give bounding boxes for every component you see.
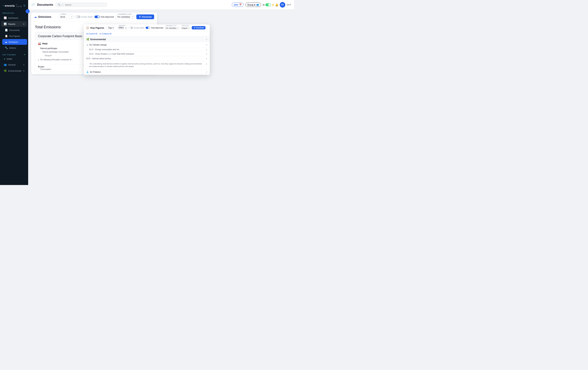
key-figures-window: 📋 Key Figures Tags ▾ Reporting Sta... ES… [84, 24, 210, 75]
key-figures-icon: 📋 [5, 35, 8, 37]
tags-label: Tags [108, 27, 112, 29]
e1-8-header[interactable]: E1-8 – Internal carbon pricing ∧ [86, 56, 207, 61]
environmental-chevron-icon: ∧ [206, 38, 207, 40]
heat-icon: 🏭 [38, 42, 41, 45]
sidebar-item-label-environmental: Environmental [8, 70, 22, 72]
search-dropdown-icon[interactable]: ▾ [62, 4, 63, 6]
search-bar[interactable]: 🔍 ▾ [55, 3, 107, 7]
collapse-all-icon: ⊟ [99, 33, 101, 35]
app-version: V 1.27.33 [16, 4, 22, 7]
heat-label: Heat [42, 42, 47, 45]
report-type-label: Report Type [181, 25, 189, 26]
sidebar-item-general[interactable]: 👥 General ∨ [1, 62, 27, 68]
e1-title: ☁ E1 Climate change [86, 43, 107, 46]
e1-header[interactable]: ☁ E1 Climate change ∧ [86, 42, 207, 47]
sidebar-item-label-actions: Actions [9, 47, 24, 49]
sidebar-item-actions[interactable]: 🔧 Actions [2, 45, 27, 51]
kf-empty-fields-toggle-switch[interactable] [129, 27, 133, 29]
emissions-title-text: Emissions [38, 15, 51, 18]
nav-doc-icon: 📄 [31, 3, 35, 7]
key-figures-label-row: KEY FIGURES ✏ [0, 52, 28, 57]
kf-download-button[interactable]: ⬇ Download [192, 26, 205, 30]
language-selector[interactable]: EN ▾ [287, 3, 291, 6]
grid-icon[interactable]: ⊞ [262, 3, 265, 6]
esrs-select[interactable]: ESRS [117, 26, 127, 30]
report-type-wrapper: Report Type Regular [181, 26, 190, 30]
sidebar-item-emissions[interactable]: ☁ Emissions [2, 39, 27, 45]
sidebar-toggle-button[interactable]: ‹ [26, 9, 30, 13]
nav-icon-row: ⊞ ⚡ 🔔 [262, 3, 278, 6]
year-pill[interactable]: 2023 📅 [232, 3, 244, 7]
sidebar-item-key-figures[interactable]: 📋 Key Figures [2, 33, 27, 39]
reports-chevron-icon: ∧ [23, 23, 24, 25]
emissions-icon: ☁ [5, 40, 7, 43]
kf-download-label: Download [196, 27, 204, 29]
reporting-sta-wrapper: Reporting Sta... ESRS [117, 26, 127, 30]
kf-aggregation-label: Aggregation Level [166, 25, 177, 26]
environmental-header[interactable]: 🌿 Environmental ∧ [84, 36, 210, 42]
expand-all-icon: ⊞ [86, 33, 88, 35]
info-icon: ℹ [38, 59, 39, 61]
e1-6-item[interactable]: E1-6 – Gross Scopes 1, 2, 3 and Total GH… [86, 52, 207, 56]
e1-section: ☁ E1 Climate change ∧ E1-5 – Energy cons… [84, 42, 210, 70]
refresh-icon[interactable]: ↻ [23, 4, 26, 7]
general-chevron-icon: ∨ [23, 64, 24, 66]
sidebar-item-dashboard[interactable]: 📈 Dashboard [1, 15, 27, 21]
sidebar-item-reports[interactable]: 📊 Reports ∧ [1, 21, 27, 27]
sidebar-item-documents[interactable]: 📄 Documents [2, 27, 27, 33]
documents-icon: 📄 [5, 29, 8, 31]
sidebar-item-environmental[interactable]: 🌿 Environmental ∨ [1, 68, 27, 74]
only-approved-label: Only Approved [101, 16, 114, 18]
environmental-icon: 🌿 [4, 69, 7, 72]
svg-rect-0 [3, 5, 4, 6]
e1-chevron-icon: ∧ [206, 44, 207, 46]
carbon-footprint-select[interactable]: None [59, 15, 74, 19]
only-approved-toggle[interactable]: Only Approved [94, 16, 114, 18]
sidebar-item-label-dashboard: Dashboard [8, 17, 24, 19]
kf-aggregation-select[interactable]: Per subsidiary [165, 27, 179, 30]
kf-only-approved-switch[interactable] [146, 27, 150, 29]
logo-icon [3, 3, 4, 8]
e1-6-chevron-icon: ∨ [206, 53, 207, 55]
aggregation-level-select[interactable]: Per subsidiary [116, 15, 135, 19]
sidebar-item-label-documents: Documents [9, 29, 24, 31]
content-area: ☁ Emissions Carbon Footprint None Empty … [28, 10, 294, 185]
e1-5-item[interactable]: E1-5 – Energy consumption and mix ∨ [86, 47, 207, 52]
report-type-select[interactable]: Regular [181, 27, 190, 30]
avatar[interactable]: ES [280, 2, 285, 8]
only-approved-toggle-switch[interactable] [94, 16, 100, 18]
empty-fields-toggle[interactable]: Empty fields [75, 16, 93, 18]
app-name: envoria [5, 4, 15, 7]
edit-icon[interactable]: ✏ [24, 53, 26, 56]
kf-title: Key Figures [90, 26, 104, 29]
nav-view-toggle[interactable] [265, 3, 271, 6]
nav-title: Documents [37, 3, 53, 7]
kf-aggregation-wrapper: Aggregation Level Per subsidiary [165, 26, 179, 30]
expand-collapse-row: ⊞ Expand All ⊟ Collapse All [84, 31, 210, 36]
reports-subnav: 📄 Documents 📋 Key Figures ☁ Emissions 🔧 … [0, 27, 28, 51]
download-label: Download [142, 16, 152, 18]
sidebar-item-label-reports: Reports [8, 23, 22, 25]
hierarchy-icon[interactable]: ⚡ [271, 3, 274, 6]
group-pill[interactable]: Group A 👥 [245, 3, 261, 7]
actions-icon: 🔧 [5, 46, 8, 49]
search-input[interactable] [65, 4, 105, 6]
group-value: Group A [247, 4, 255, 6]
bell-icon[interactable]: 🔔 [275, 3, 278, 6]
empty-fields-toggle-switch[interactable] [75, 16, 81, 18]
download-button[interactable]: ⬇ Download [136, 14, 154, 19]
collapse-all-button[interactable]: ⊟ Collapse All [99, 33, 111, 35]
env-leaf-icon: 🌿 [86, 38, 89, 41]
e1-cloud-icon: ☁ [86, 43, 88, 46]
kf-only-approved-toggle[interactable]: Only Approved [146, 27, 163, 29]
nav-pills: 2023 📅 Group A 👥 ⊞ ⚡ 🔔 ES EN ▾ [232, 2, 291, 8]
e1-8-desc-chevron-icon: ∨ [206, 62, 207, 65]
e2-pollution-icon: 💧 [86, 71, 89, 73]
e2-header[interactable]: 💧 E2 Pollution ∨ [84, 70, 210, 75]
expand-all-button[interactable]: ⊞ Expand All [86, 33, 97, 35]
e1-8-description: The undertaking shall disclose whether i… [86, 61, 207, 70]
kf-empty-fields-toggle[interactable]: Empty fields [129, 27, 144, 29]
sidebar-item-label-emissions: Emissions [9, 41, 24, 43]
tags-pill[interactable]: Tags ▾ [106, 26, 115, 30]
esrs-row[interactable]: ✔ ESRS [0, 57, 28, 61]
